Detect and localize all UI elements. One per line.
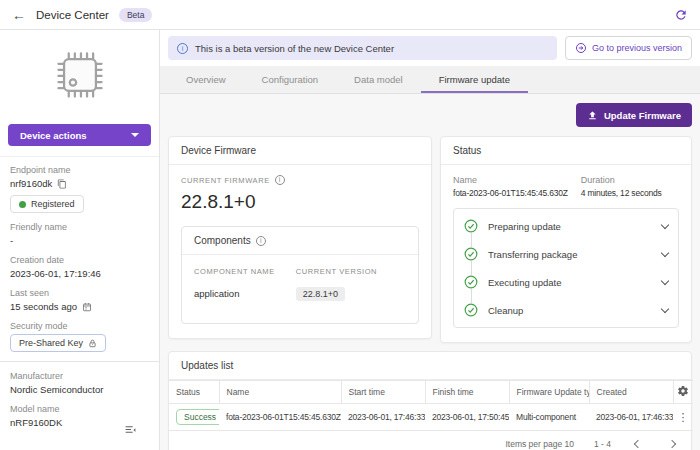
check-circle-icon [464, 219, 478, 233]
endpoint-name-label: Endpoint name [10, 165, 149, 175]
gear-icon [677, 385, 689, 397]
success-status-badge: Success [176, 409, 219, 425]
col-start-time: Start time [341, 381, 425, 404]
col-name: Name [219, 381, 341, 404]
items-per-page[interactable]: Items per page 10 [505, 439, 574, 449]
next-page-button[interactable] [665, 439, 679, 449]
col-status: Status [169, 381, 219, 404]
security-mode-badge: Pre-Shared Key [10, 334, 106, 352]
current-firmware-version: 22.8.1+0 [181, 191, 419, 213]
component-version-badge: 22.8.1+0 [296, 287, 345, 301]
calendar-icon[interactable] [82, 302, 92, 312]
device-firmware-title: Device Firmware [169, 137, 431, 165]
tab-configuration[interactable]: Configuration [244, 66, 337, 93]
status-steps: Preparing update Transferring package [453, 208, 679, 328]
chevron-right-icon [668, 440, 676, 448]
col-update-type: Firmware Update type [509, 381, 589, 404]
update-firmware-button[interactable]: Update Firmware [576, 103, 692, 127]
status-title: Status [441, 137, 691, 165]
friendly-name-label: Friendly name [10, 222, 149, 232]
tab-content: Update Firmware Device Firmware CURRENT … [160, 94, 700, 450]
status-step-transferring[interactable]: Transferring package [464, 240, 668, 268]
device-actions-label: Device actions [20, 130, 87, 141]
status-duration-value: 4 minutes, 12 seconds [581, 188, 679, 198]
beta-banner: This is a beta version of the new Device… [168, 36, 557, 60]
model-name-label: Model name [10, 404, 149, 414]
updates-list-card: Updates list Status Name Start time Fini… [168, 351, 692, 450]
info-icon[interactable] [256, 236, 266, 246]
chevron-down-icon [661, 220, 669, 228]
green-dot-icon [19, 201, 26, 208]
status-card: Status Name fota-2023-06-01T15:45:45.630… [440, 136, 692, 343]
copy-icon[interactable] [57, 179, 67, 189]
last-seen-label: Last seen [10, 288, 149, 298]
chevron-down-icon [661, 276, 669, 284]
registered-status-badge: Registered [10, 195, 84, 213]
page-title: Device Center [36, 9, 109, 21]
lock-icon [88, 339, 97, 348]
update-start-time: 2023-06-01, 17:46:33 [341, 404, 425, 431]
chevron-down-icon [661, 248, 669, 256]
check-circle-icon [464, 303, 478, 317]
current-firmware-label: CURRENT FIRMWARE [181, 176, 270, 185]
components-header-row: COMPONENT NAME CURRENT VERSION [194, 261, 406, 282]
updates-header-row: Status Name Start time Finish time Firmw… [169, 381, 693, 404]
info-icon [177, 43, 188, 54]
dropdown-caret-icon [131, 133, 139, 137]
tab-firmware-update[interactable]: Firmware update [421, 66, 528, 93]
status-name-label: Name [453, 175, 581, 185]
tab-overview[interactable]: Overview [168, 66, 244, 93]
banner-message: This is a beta version of the new Device… [195, 43, 394, 54]
col-created: Created [589, 381, 673, 404]
refresh-icon[interactable] [674, 8, 688, 22]
col-finish-time: Finish time [425, 381, 509, 404]
status-step-executing[interactable]: Executing update [464, 268, 668, 296]
updates-list-title: Updates list [169, 352, 691, 380]
endpoint-name-value: nrf9160dk [10, 178, 52, 189]
chevron-down-icon [661, 304, 669, 312]
collapse-sidebar-icon[interactable] [124, 423, 137, 438]
check-circle-icon [464, 247, 478, 261]
creation-date-value: 2023-06-01, 17:19:46 [10, 268, 149, 279]
device-actions-button[interactable]: Device actions [8, 124, 151, 146]
prev-page-button[interactable] [631, 439, 645, 449]
page-range: 1 - 4 [594, 439, 611, 449]
updates-table: Status Name Start time Finish time Firmw… [169, 380, 693, 431]
toolbar: Update Firmware [168, 103, 692, 127]
chevron-left-icon [634, 440, 642, 448]
device-firmware-card: Device Firmware CURRENT FIRMWARE 22.8.1+… [168, 136, 432, 339]
status-step-preparing[interactable]: Preparing update [464, 212, 668, 240]
status-step-cleanup[interactable]: Cleanup [464, 296, 668, 324]
check-circle-icon [464, 275, 478, 289]
status-duration-label: Duration [581, 175, 679, 185]
device-sidebar: Device actions Endpoint name nrf9160dk R… [0, 30, 160, 450]
tab-bar: Overview Configuration Data model Firmwa… [160, 66, 700, 94]
chip-icon [50, 45, 110, 105]
go-previous-version-button[interactable]: Go to previous version [565, 36, 692, 60]
update-created: 2023-06-01, 17:46:33 [589, 404, 673, 431]
update-finish-time: 2023-06-01, 17:50:45 [425, 404, 509, 431]
main-panel: This is a beta version of the new Device… [160, 30, 700, 450]
component-name: application [194, 288, 296, 299]
status-name-value: fota-2023-06-01T15:45:45.630Z [453, 188, 581, 198]
table-settings-button[interactable] [673, 381, 693, 404]
back-icon[interactable]: ← [12, 8, 26, 22]
manufacturer-value: Nordic Semiconductor [10, 384, 149, 395]
creation-date-label: Creation date [10, 255, 149, 265]
update-name: fota-2023-06-01T15:45:45.630Z [219, 404, 341, 431]
component-row: application 22.8.1+0 [194, 282, 406, 305]
pagination: Items per page 10 1 - 4 [169, 431, 691, 450]
update-row: Success fota-2023-06-01T15:45:45.630Z 20… [169, 404, 693, 431]
upload-icon [587, 110, 598, 121]
info-icon[interactable] [275, 175, 285, 185]
friendly-name-value: - [10, 235, 149, 246]
sidebar-divider [0, 361, 159, 362]
device-center-app: ← Device Center Beta Device a [0, 0, 700, 450]
arrow-circle-icon [575, 42, 587, 54]
components-title: Components [194, 235, 251, 246]
tab-data-model[interactable]: Data model [336, 66, 421, 93]
beta-badge: Beta [119, 8, 153, 22]
row-menu-button[interactable]: ⋮ [673, 404, 693, 431]
device-image [0, 30, 159, 120]
security-mode-label: Security mode [10, 321, 149, 331]
